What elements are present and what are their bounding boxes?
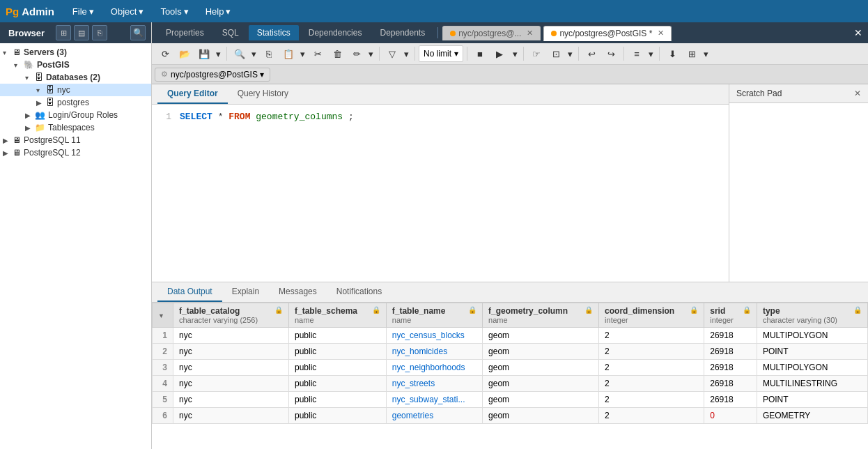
- toolbar-macro-arrow[interactable]: ▾: [646, 45, 656, 62]
- conn-selector[interactable]: ⚙ nyc/postgres@PostGIS ▾: [155, 68, 270, 82]
- conn-tab-1-label: nyc/postgres@...: [458, 29, 521, 38]
- toolbar-refresh[interactable]: ⟳: [156, 45, 174, 62]
- cell-catalog-2: nyc: [173, 344, 289, 360]
- toolbar-hand[interactable]: ☞: [527, 45, 545, 62]
- toolbar-view-arrow[interactable]: ▾: [565, 45, 575, 62]
- tree-item-postgis[interactable]: ▾ 🐘 PostGIS: [0, 59, 151, 71]
- toolbar-run-arrow[interactable]: ▾: [510, 45, 520, 62]
- toolbar-commit[interactable]: ↪: [602, 45, 620, 62]
- th-f-table-name[interactable]: f_table_name name 🔒: [386, 303, 482, 328]
- toolbar-run-group: ▾: [510, 45, 520, 62]
- tree-item-postgres[interactable]: ▶ 🗄 postgres: [0, 96, 151, 109]
- tab-data-output[interactable]: Data Output: [157, 282, 222, 302]
- right-panel-close[interactable]: ✕: [851, 27, 862, 38]
- left-icon-grid[interactable]: ⊞: [56, 25, 71, 40]
- databases-arrow: ▾: [25, 74, 35, 82]
- left-panel-icons: ⊞ ▤ ⎘: [56, 25, 107, 40]
- th-f-table-catalog[interactable]: f_table_catalog character varying (256) …: [173, 303, 289, 328]
- menu-help[interactable]: Help ▾: [199, 3, 238, 20]
- col-type-geomcol: name: [488, 316, 568, 324]
- tree-item-databases[interactable]: ▾ 🗄 Databases (2): [0, 71, 151, 84]
- th-coord-dim[interactable]: coord_dimension integer 🔒: [599, 303, 704, 328]
- toolbar-filter[interactable]: ▽: [383, 45, 401, 62]
- tab-explain[interactable]: Explain: [222, 282, 269, 302]
- th-f-table-schema[interactable]: f_table_schema name 🔒: [288, 303, 386, 328]
- toolbar-run[interactable]: ▶: [490, 45, 509, 62]
- link-tablename-5[interactable]: nyc_subway_stati...: [392, 395, 465, 404]
- toolbar-edit[interactable]: ✏: [348, 45, 366, 62]
- link-tablename-3[interactable]: nyc_neighborhoods: [392, 363, 465, 372]
- tab-properties[interactable]: Properties: [157, 25, 212, 40]
- toolbar-copy[interactable]: ⎘: [260, 45, 278, 62]
- toolbar-open-file[interactable]: 📂: [176, 45, 194, 62]
- toolbar-save-arrow[interactable]: ▾: [213, 45, 223, 62]
- tab-statistics[interactable]: Statistics: [249, 25, 299, 40]
- toolbar-delete[interactable]: 🗑: [328, 45, 346, 62]
- toolbar-stop[interactable]: ■: [471, 45, 489, 62]
- link-tablename-4[interactable]: nyc_streets: [392, 379, 435, 388]
- cell-srid-5: 26918: [704, 392, 757, 408]
- toolbar-edit-arrow[interactable]: ▾: [366, 45, 375, 62]
- tab-sql[interactable]: SQL: [214, 25, 247, 40]
- toolbar-more-arrow[interactable]: ▾: [701, 45, 711, 62]
- tab-dependents[interactable]: Dependents: [371, 25, 433, 40]
- toolbar-find-arrow[interactable]: ▾: [249, 45, 258, 62]
- link-tablename-2[interactable]: nyc_homicides: [392, 347, 447, 356]
- toolbar-paste[interactable]: 📋: [279, 45, 297, 62]
- th-srid[interactable]: srid integer 🔒: [704, 303, 757, 328]
- cell-catalog-3: nyc: [173, 360, 289, 376]
- table-row: 3 nyc public nyc_neighborhoods geom 2 26…: [153, 360, 868, 376]
- conn-tab-2-close[interactable]: ✕: [658, 29, 664, 38]
- tab-dependencies[interactable]: Dependencies: [300, 25, 371, 40]
- tree-item-login-roles[interactable]: ▶ 👥 Login/Group Roles: [0, 109, 151, 121]
- tab-query-editor[interactable]: Query Editor: [157, 84, 228, 104]
- tab-query-history[interactable]: Query History: [228, 84, 298, 104]
- menu-object[interactable]: Object ▾: [104, 3, 151, 20]
- tab-messages[interactable]: Messages: [269, 282, 327, 302]
- col-name-coorddim: coord_dimension: [605, 306, 674, 316]
- toolbar-download[interactable]: ⬇: [663, 45, 681, 62]
- conn-tab-1-close[interactable]: ✕: [527, 29, 533, 38]
- browser-search-button[interactable]: 🔍: [130, 25, 146, 40]
- col-name-srid: srid: [710, 306, 734, 316]
- link-tablename-1[interactable]: nyc_census_blocks: [392, 330, 465, 340]
- toolbar-filter-arrow[interactable]: ▾: [401, 45, 411, 62]
- toolbar-more[interactable]: ⊞: [683, 45, 701, 62]
- menu-file[interactable]: File ▾: [65, 3, 101, 20]
- conn-tab-2[interactable]: nyc/postgres@PostGIS * ✕: [543, 26, 672, 41]
- toolbar-save[interactable]: 💾: [195, 45, 213, 62]
- tree-item-pg11[interactable]: ▶ 🖥 PostgreSQL 11: [0, 134, 151, 146]
- login-roles-icon: 👥: [35, 110, 45, 120]
- toolbar-view[interactable]: ⊡: [547, 45, 565, 62]
- toolbar-copy-group: 📋 ▾: [279, 45, 307, 62]
- tree-item-nyc[interactable]: ▾ 🗄 nyc: [0, 84, 151, 96]
- tree-item-servers[interactable]: ▾ 🖥 Servers (3): [0, 46, 151, 59]
- tablespaces-label: Tablespaces: [48, 123, 95, 132]
- object-arrow: ▾: [139, 6, 144, 17]
- toolbar-find[interactable]: 🔍: [231, 45, 249, 62]
- tree-item-pg12[interactable]: ▶ 🖥 PostgreSQL 12: [0, 146, 151, 159]
- postgis-arrow: ▾: [14, 61, 24, 69]
- link-tablename-6[interactable]: geometries: [392, 411, 433, 420]
- toolbar-rollback[interactable]: ↩: [582, 45, 600, 62]
- toolbar-sep-4: [467, 47, 467, 61]
- conn-tab-1[interactable]: nyc/postgres@... ✕: [442, 26, 541, 40]
- left-icon-copy[interactable]: ⎘: [92, 25, 107, 40]
- toolbar-macro[interactable]: ≡: [628, 45, 646, 62]
- scratch-pad-close-button[interactable]: ✕: [854, 89, 861, 98]
- tree-item-tablespaces[interactable]: ▶ 📁 Tablespaces: [0, 121, 151, 134]
- toolbar-limit-dropdown[interactable]: No limit ▾: [419, 45, 463, 62]
- left-icon-table[interactable]: ▤: [74, 25, 89, 40]
- th-f-geom-col[interactable]: f_geometry_column name 🔒: [483, 303, 599, 328]
- toolbar-cut[interactable]: ✂: [309, 45, 327, 62]
- browser-tab-label: Browser: [6, 26, 47, 40]
- code-editor[interactable]: 1 SELECT * FROM geometry_columns ;: [152, 105, 729, 282]
- toolbar-paste-arrow[interactable]: ▾: [297, 45, 307, 62]
- tab-notifications[interactable]: Notifications: [327, 282, 392, 302]
- table-row: 5 nyc public nyc_subway_stati... geom 2 …: [153, 392, 868, 408]
- th-type[interactable]: type character varying (30) 🔒: [757, 303, 867, 328]
- menu-tools[interactable]: Tools ▾: [153, 3, 195, 20]
- cell-coorddim-4: 2: [599, 376, 704, 392]
- postgres-icon: 🗄: [46, 98, 54, 107]
- menu-items: File ▾ Object ▾ Tools ▾ Help ▾: [65, 3, 238, 20]
